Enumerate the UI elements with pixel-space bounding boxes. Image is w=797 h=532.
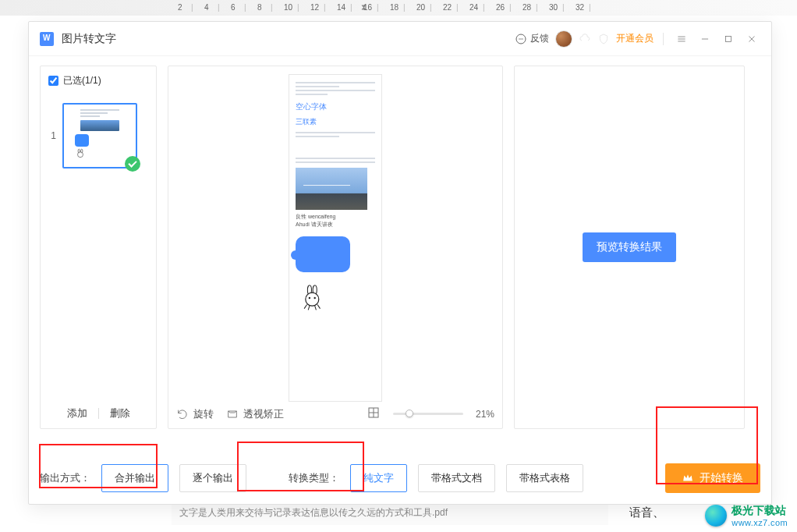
menu-button[interactable] bbox=[673, 30, 690, 48]
zoom-slider[interactable] bbox=[393, 413, 463, 415]
perspective-icon bbox=[226, 408, 239, 420]
ruler-minor-tick: | bbox=[297, 3, 299, 12]
ruler-minor-tick: | bbox=[589, 3, 591, 12]
ruler-tick: 4 bbox=[204, 3, 209, 12]
ruler-minor-tick: | bbox=[191, 3, 193, 12]
thumb-index: 1 bbox=[48, 130, 56, 141]
ruler-tick: 22 bbox=[443, 3, 452, 12]
svg-point-7 bbox=[81, 149, 83, 153]
page-preview[interactable]: 空心字体 三联素 良性 wencaifeng Ahudi 请天讲夜 bbox=[289, 74, 382, 402]
start-convert-button[interactable]: 开始转换 bbox=[665, 463, 760, 493]
thumbnail-bunny-icon bbox=[73, 148, 87, 159]
preview-bunny-icon bbox=[300, 285, 327, 311]
cloud-icon[interactable] bbox=[579, 33, 591, 45]
maximize-button[interactable] bbox=[720, 30, 737, 48]
preview-caption-1: 良性 wencaifeng bbox=[296, 213, 375, 221]
ruler-tick: 10 bbox=[284, 3, 292, 12]
feedback-label: 反馈 bbox=[530, 32, 549, 45]
titlebar: 图片转文字 反馈 开通会员 bbox=[29, 22, 771, 56]
ruler-minor-tick: | bbox=[536, 3, 538, 12]
ruler-minor-tick: | bbox=[403, 3, 406, 12]
thumbnail-panel: 已选(1/1) 1 添加 删除 bbox=[40, 66, 157, 429]
ruler-minor-tick: | bbox=[218, 3, 220, 12]
ruler-minor-tick: | bbox=[324, 3, 326, 12]
ruler-tick: 12 bbox=[310, 3, 319, 12]
preview-panel: 空心字体 三联素 良性 wencaifeng Ahudi 请天讲夜 bbox=[168, 66, 503, 429]
feedback-button[interactable]: 反馈 bbox=[515, 32, 549, 45]
preview-heading: 空心字体 bbox=[296, 101, 375, 112]
separator bbox=[98, 408, 99, 419]
delete-button[interactable]: 删除 bbox=[110, 406, 130, 420]
ruler-minor-tick: | bbox=[350, 3, 352, 12]
ruler-minor-tick: | bbox=[430, 3, 432, 12]
ruler-minor-tick: | bbox=[271, 3, 273, 12]
rotate-label: 旋转 bbox=[193, 407, 214, 421]
ruler-tick: 28 bbox=[522, 3, 531, 12]
minimize-button[interactable] bbox=[696, 30, 714, 48]
preview-sublabel: 三联素 bbox=[296, 118, 317, 126]
ruler-tick: 26 bbox=[496, 3, 505, 12]
close-button[interactable] bbox=[743, 30, 760, 48]
app-icon bbox=[40, 32, 54, 46]
image-to-text-dialog: 图片转文字 反馈 开通会员 已选(1/1) 1 bbox=[28, 21, 772, 505]
svg-point-10 bbox=[306, 293, 319, 306]
background-doc-text: 语音、 bbox=[629, 505, 664, 520]
perspective-button[interactable]: 透视矫正 bbox=[226, 407, 284, 421]
output-merge-option[interactable]: 合并输出 bbox=[101, 464, 168, 492]
ruler-tick: 6 bbox=[231, 3, 236, 12]
ruler-minor-tick: | bbox=[244, 3, 246, 12]
type-plain-option[interactable]: 纯文字 bbox=[350, 464, 407, 492]
svg-point-1 bbox=[519, 38, 519, 39]
svg-point-3 bbox=[522, 38, 522, 39]
ruler-tick: 24 bbox=[469, 3, 478, 12]
watermark-url: www.xz7.com bbox=[731, 518, 788, 527]
svg-point-11 bbox=[309, 297, 310, 299]
ruler: ⧗ 2|4|6|8|10|12|14|16|18|20|22|24|26|28|… bbox=[0, 0, 797, 16]
thumbnail-preview-image bbox=[80, 120, 119, 131]
ruler-tick: 16 bbox=[363, 3, 372, 12]
type-formatted-doc-option[interactable]: 带格式文档 bbox=[418, 464, 495, 492]
preview-caption-2: Ahudi 请天讲夜 bbox=[296, 221, 375, 229]
rotate-icon bbox=[176, 408, 189, 420]
thumbnail-selected-check-icon bbox=[125, 156, 140, 172]
type-formatted-table-option[interactable]: 带格式表格 bbox=[506, 464, 583, 492]
result-panel: 预览转换结果 bbox=[514, 66, 745, 429]
page-thumbnail[interactable] bbox=[62, 103, 137, 168]
select-all-label: 已选(1/1) bbox=[63, 74, 101, 87]
start-convert-label: 开始转换 bbox=[700, 471, 743, 485]
separator bbox=[663, 33, 664, 45]
convert-type-label: 转换类型： bbox=[289, 471, 339, 485]
preview-shape bbox=[296, 236, 350, 272]
select-all-checkbox[interactable] bbox=[48, 76, 58, 86]
ruler-ticks: ⧗ 2|4|6|8|10|12|14|16|18|20|22|24|26|28|… bbox=[164, 0, 781, 16]
output-mode-label: 输出方式： bbox=[40, 471, 90, 485]
watermark-title: 极光下载站 bbox=[731, 504, 788, 518]
add-button[interactable]: 添加 bbox=[67, 406, 87, 420]
svg-point-2 bbox=[520, 38, 521, 39]
preview-result-button[interactable]: 预览转换结果 bbox=[583, 232, 676, 262]
ruler-tick: 32 bbox=[576, 3, 584, 12]
footer-bar: 输出方式： 合并输出 逐个输出 转换类型： 纯文字 带格式文档 带格式表格 开始… bbox=[40, 463, 760, 493]
watermark-logo-icon bbox=[705, 505, 727, 527]
ruler-minor-tick: | bbox=[509, 3, 512, 12]
vip-link[interactable]: 开通会员 bbox=[616, 32, 654, 45]
zoom-value: 21% bbox=[476, 409, 494, 420]
output-perpage-option[interactable]: 逐个输出 bbox=[179, 464, 246, 492]
preview-image bbox=[296, 168, 367, 210]
ruler-tick: 18 bbox=[390, 3, 398, 12]
crown-icon bbox=[682, 473, 693, 483]
svg-point-6 bbox=[78, 149, 80, 153]
rotate-button[interactable]: 旋转 bbox=[176, 407, 214, 421]
fit-view-button[interactable] bbox=[367, 406, 381, 422]
select-all-row[interactable]: 已选(1/1) bbox=[48, 74, 148, 87]
zoom-slider-thumb[interactable] bbox=[406, 410, 413, 417]
grid-icon bbox=[367, 406, 381, 420]
ruler-tick: 8 bbox=[257, 3, 262, 12]
chat-icon bbox=[515, 33, 527, 45]
svg-rect-4 bbox=[726, 36, 731, 41]
shield-icon[interactable] bbox=[597, 33, 610, 45]
ruler-tick: 20 bbox=[416, 3, 425, 12]
ruler-tick: 30 bbox=[549, 3, 558, 12]
user-avatar[interactable] bbox=[555, 30, 572, 48]
ruler-minor-tick: | bbox=[456, 3, 459, 12]
